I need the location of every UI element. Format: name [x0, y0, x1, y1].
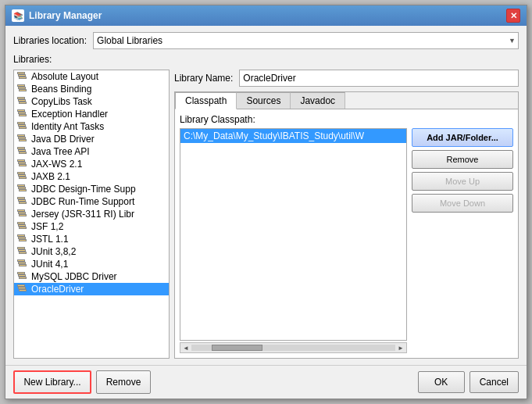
library-item-label: OracleDriver: [31, 284, 84, 295]
library-item-label: JUnit 3,8,2: [31, 246, 76, 257]
library-list-item[interactable]: CopyLibs Task: [14, 95, 169, 108]
location-row: Libraries location: Global Libraries Pro…: [13, 32, 519, 49]
ok-button[interactable]: OK: [418, 371, 465, 393]
library-item-icon: [17, 222, 28, 231]
library-item-icon: [17, 272, 28, 281]
library-item-label: JDBC Run-Time Support: [31, 196, 134, 207]
library-item-label: Identity Ant Tasks: [31, 121, 104, 132]
library-item-icon: [17, 234, 28, 244]
library-item-icon: [17, 159, 28, 169]
library-list-item[interactable]: Identity Ant Tasks: [14, 120, 169, 133]
library-item-icon: [17, 259, 28, 269]
library-item-icon: [17, 97, 28, 106]
classpath-list-item[interactable]: C:\My_Data\My_Study\IBATIS_Study\util\W: [180, 129, 406, 143]
title-bar: 📚 Library Manager ✕: [5, 5, 527, 26]
library-list-item[interactable]: Beans Binding: [14, 83, 169, 95]
move-down-button[interactable]: Move Down: [412, 194, 513, 213]
libraries-label: Libraries:: [13, 54, 519, 65]
library-item-label: JAX-WS 2.1: [31, 159, 82, 170]
library-name-label: Library Name:: [174, 73, 233, 84]
move-up-button[interactable]: Move Up: [412, 172, 513, 191]
library-item-label: JDBC Design-Time Supp: [31, 184, 136, 195]
close-button[interactable]: ✕: [506, 9, 520, 23]
library-item-label: CopyLibs Task: [31, 96, 92, 107]
remove-jar-button[interactable]: Remove: [412, 150, 513, 169]
library-list-item[interactable]: JAX-WS 2.1: [14, 158, 169, 170]
classpath-action-buttons: Add JAR/Folder... Remove Move Up Move Do…: [412, 128, 513, 353]
classpath-area: C:\My_Data\My_Study\IBATIS_Study\util\W …: [180, 128, 513, 353]
library-item-icon: [17, 84, 28, 94]
tab-sources[interactable]: Sources: [237, 92, 291, 109]
tab-classpath[interactable]: Classpath: [175, 92, 237, 109]
classpath-horizontal-scrollbar[interactable]: ◄ ►: [180, 342, 407, 353]
library-list-item[interactable]: JSF 1,2: [14, 220, 169, 233]
library-manager-dialog: 📚 Library Manager ✕ Libraries location: …: [5, 5, 527, 399]
tabs-header: Classpath Sources Javadoc: [175, 92, 518, 109]
classpath-label: Library Classpath:: [180, 114, 513, 125]
cancel-button[interactable]: Cancel: [470, 371, 519, 393]
library-item-icon: [17, 122, 28, 131]
library-item-icon: [17, 109, 28, 119]
library-item-label: JAXB 2.1: [31, 171, 70, 182]
tabs-panel: Classpath Sources Javadoc Library Classp…: [174, 91, 519, 359]
library-item-label: Java DB Driver: [31, 134, 95, 145]
library-item-icon: [17, 184, 28, 194]
dialog-body: Libraries location: Global Libraries Pro…: [5, 26, 527, 365]
location-select[interactable]: Global Libraries Project Libraries: [93, 32, 519, 49]
library-item-icon: [17, 247, 28, 256]
library-list-item[interactable]: JSTL 1.1: [14, 233, 169, 245]
library-item-icon: [17, 284, 28, 294]
library-list-item[interactable]: Java Tree API: [14, 145, 169, 158]
location-label: Libraries location:: [13, 35, 87, 46]
library-list-item[interactable]: JUnit 4,1: [14, 258, 169, 270]
scroll-left-arrow[interactable]: ◄: [180, 342, 191, 353]
bottom-right-buttons: OK Cancel: [418, 371, 519, 393]
scroll-thumb: [212, 345, 262, 351]
library-list[interactable]: Absolute LayoutBeans BindingCopyLibs Tas…: [14, 70, 169, 358]
library-list-item[interactable]: JDBC Run-Time Support: [14, 195, 169, 208]
add-jar-button[interactable]: Add JAR/Folder...: [412, 128, 513, 147]
library-item-label: Jersey (JSR-311 RI) Libr: [31, 209, 134, 220]
tab-content-classpath: Library Classpath: C:\My_Data\My_Study\I…: [175, 109, 518, 358]
bottom-left-buttons: New Library... Remove: [13, 370, 151, 394]
tab-javadoc[interactable]: Javadoc: [291, 92, 345, 109]
library-item-label: MySQL JDBC Driver: [31, 271, 117, 282]
right-panel: Library Name: Classpath Sources Javadoc …: [174, 70, 519, 359]
content-area: Absolute LayoutBeans BindingCopyLibs Tas…: [13, 70, 519, 359]
library-item-label: JSF 1,2: [31, 221, 63, 232]
scroll-track: [191, 345, 395, 351]
library-list-item[interactable]: JAXB 2.1: [14, 170, 169, 183]
library-list-item[interactable]: OracleDriver: [14, 283, 169, 295]
bottom-bar: New Library... Remove OK Cancel: [5, 365, 527, 399]
title-bar-content: 📚 Library Manager: [12, 9, 102, 22]
library-name-row: Library Name:: [174, 70, 519, 87]
new-library-button[interactable]: New Library...: [13, 370, 91, 394]
library-list-item[interactable]: Jersey (JSR-311 RI) Libr: [14, 208, 169, 220]
library-list-item[interactable]: Java DB Driver: [14, 133, 169, 145]
library-list-item[interactable]: JUnit 3,8,2: [14, 245, 169, 258]
library-name-input[interactable]: [239, 70, 519, 87]
scroll-right-arrow[interactable]: ►: [395, 342, 406, 353]
library-list-item[interactable]: Exception Handler: [14, 108, 169, 120]
classpath-list[interactable]: C:\My_Data\My_Study\IBATIS_Study\util\W: [180, 128, 407, 341]
dialog-title: Library Manager: [29, 10, 102, 21]
library-list-item[interactable]: Absolute Layout: [14, 70, 169, 83]
remove-library-button[interactable]: Remove: [96, 370, 151, 394]
library-item-icon: [17, 147, 28, 156]
library-item-icon: [17, 72, 28, 81]
library-item-label: JUnit 4,1: [31, 259, 68, 270]
library-item-icon: [17, 209, 28, 219]
library-list-item[interactable]: MySQL JDBC Driver: [14, 270, 169, 283]
library-item-label: Java Tree API: [31, 146, 90, 157]
library-list-item[interactable]: JDBC Design-Time Supp: [14, 183, 169, 195]
library-item-label: Beans Binding: [31, 84, 91, 95]
dialog-icon: 📚: [12, 9, 24, 22]
library-item-icon: [17, 134, 28, 144]
classpath-list-container: C:\My_Data\My_Study\IBATIS_Study\util\W …: [180, 128, 407, 353]
library-item-icon: [17, 172, 28, 181]
library-item-label: JSTL 1.1: [31, 234, 69, 245]
library-item-icon: [17, 197, 28, 206]
library-item-label: Absolute Layout: [31, 71, 98, 82]
library-list-panel: Absolute LayoutBeans BindingCopyLibs Tas…: [13, 70, 170, 359]
library-item-label: Exception Handler: [31, 109, 108, 120]
